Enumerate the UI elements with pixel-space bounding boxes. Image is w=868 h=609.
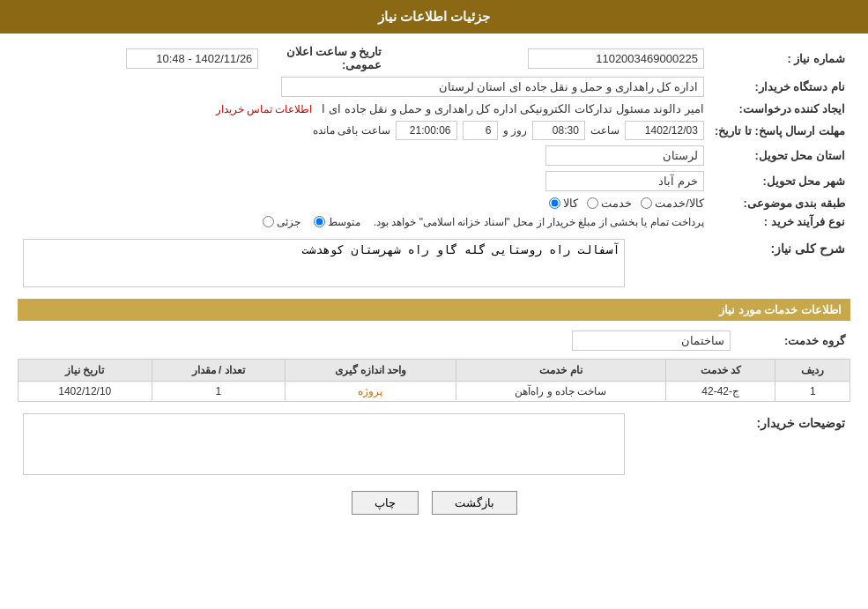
cell-quantity: 1 xyxy=(152,382,285,402)
buyer-desc-textarea[interactable] xyxy=(23,413,625,475)
deadline-label: مهلت ارسال پاسخ: تا تاریخ: xyxy=(709,118,850,143)
page-header: جزئیات اطلاعات نیاز xyxy=(0,0,868,33)
radio-jozei[interactable] xyxy=(263,216,274,227)
need-number-label: شماره نیاز : xyxy=(709,42,850,74)
buyer-desc-label: توضیحات خریدار: xyxy=(736,411,850,478)
deadline-remaining: 21:00:06 xyxy=(396,121,457,140)
city-label: شهر محل تحویل: xyxy=(709,168,850,194)
deadline-day-label: روز و xyxy=(503,124,527,137)
deadline-days: 6 xyxy=(463,121,498,140)
category-radio-group: کالا/خدمت خدمت کالا xyxy=(549,197,704,210)
col-service-code: کد خدمت xyxy=(665,360,775,382)
buttons-row: بازگشت چاپ xyxy=(18,491,850,515)
category-kala[interactable]: کالا xyxy=(549,197,578,210)
col-unit: واحد اندازه گیری xyxy=(285,360,456,382)
cell-service-name: ساخت جاده و راه‌آهن xyxy=(456,382,665,402)
motavasset-label: متوسط xyxy=(328,216,360,228)
announce-label: تاریخ و ساعت اعلان عمومی: xyxy=(263,42,387,74)
category-kala-khidmat[interactable]: کالا/خدمت xyxy=(641,197,704,210)
print-button[interactable]: چاپ xyxy=(352,491,419,515)
service-group-value: ساختمان xyxy=(572,330,731,351)
services-section-title: اطلاعات خدمات مورد نیاز xyxy=(18,299,850,321)
jozei-label: جزئی xyxy=(277,216,300,228)
cell-row: 1 xyxy=(775,382,850,402)
col-service-name: نام خدمت xyxy=(456,360,665,382)
radio-motavasset[interactable] xyxy=(314,216,325,227)
table-row: 1 ج-42-42 ساخت جاده و راه‌آهن پروژه 1 14… xyxy=(19,382,850,402)
description-textarea[interactable] xyxy=(23,239,625,287)
process-jozei[interactable]: جزئی xyxy=(263,216,300,228)
deadline-date: 1402/12/03 xyxy=(625,121,704,140)
category-label: طبقه بندی موضوعی: xyxy=(709,194,850,212)
buyer-org-label: نام دستگاه خریدار: xyxy=(709,74,850,100)
city-value: خرم آباد xyxy=(545,171,704,191)
process-label: نوع فرآیند خرید : xyxy=(709,212,850,231)
announce-value: 1402/11/26 - 10:48 xyxy=(126,48,258,69)
service-group-label: گروه خدمت: xyxy=(736,328,850,353)
kala-khidmat-label: کالا/خدمت xyxy=(655,197,704,210)
deadline-time: 08:30 xyxy=(532,121,585,140)
radio-kala-khidmat[interactable] xyxy=(641,197,652,209)
cell-date: 1402/12/10 xyxy=(19,382,152,402)
radio-kala[interactable] xyxy=(549,197,560,209)
province-value: لرستان xyxy=(545,145,704,166)
buyer-org-value: اداره کل راهداری و حمل و نقل جاده ای است… xyxy=(281,77,704,97)
description-label: شرح کلی نیاز: xyxy=(736,236,850,290)
back-button[interactable]: بازگشت xyxy=(432,491,517,515)
deadline-remaining-label: ساعت باقی مانده xyxy=(313,124,390,137)
header-title: جزئیات اطلاعات نیاز xyxy=(378,9,490,24)
process-note: پرداخت تمام یا بخشی از مبلغ خریدار از مح… xyxy=(374,216,704,228)
creator-label: ایجاد کننده درخواست: xyxy=(709,100,850,118)
deadline-time-label: ساعت xyxy=(590,124,619,137)
category-khidmat[interactable]: خدمت xyxy=(587,197,632,210)
col-row: ردیف xyxy=(775,360,850,382)
province-label: استان محل تحویل: xyxy=(709,143,850,168)
kala-label: کالا xyxy=(563,197,578,210)
col-quantity: تعداد / مقدار xyxy=(152,360,285,382)
process-motavasset[interactable]: متوسط xyxy=(314,216,360,228)
services-table: ردیف کد خدمت نام خدمت واحد اندازه گیری ت… xyxy=(18,359,850,402)
cell-service-code: ج-42-42 xyxy=(665,382,775,402)
cell-unit[interactable]: پروژه xyxy=(285,382,456,402)
khidmat-label: خدمت xyxy=(601,197,632,210)
process-row: پرداخت تمام یا بخشی از مبلغ خریدار از مح… xyxy=(23,216,704,228)
col-date: تاریخ نیاز xyxy=(19,360,152,382)
need-number-value: 1102003469000225 xyxy=(528,48,704,69)
creator-value: امیر دالوند مسئول تدارکات الکترونیکی ادا… xyxy=(322,102,704,115)
contact-link[interactable]: اطلاعات تماس خریدار xyxy=(216,103,313,115)
radio-khidmat[interactable] xyxy=(587,197,598,209)
